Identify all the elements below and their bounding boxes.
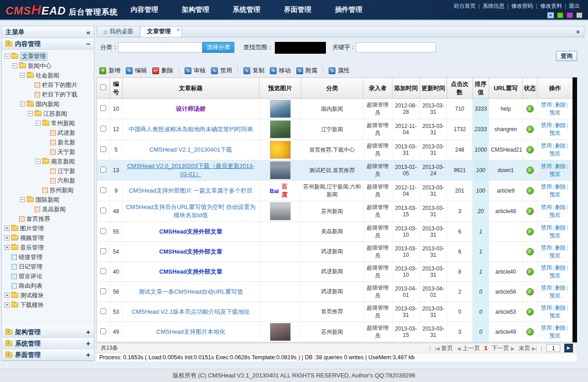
theme-swatch-3[interactable] [576,12,583,18]
row-checkbox[interactable] [100,187,106,193]
tree-item-14[interactable]: 苏州新闻 [2,185,94,195]
tree-item-7[interactable]: −常州新闻 [2,118,94,128]
row-checkbox[interactable] [100,248,106,254]
next-page-button[interactable]: 下一页 ▶ [491,344,514,352]
disable-link[interactable]: 禁用 [541,143,552,149]
go-page-button[interactable]: ▶ [564,344,573,352]
tree-toggle-icon[interactable]: − [20,73,25,78]
delete-link[interactable]: 删除 [555,102,566,108]
row-checkbox[interactable] [100,268,106,274]
delete-link[interactable]: 删除 [555,224,566,231]
category-input[interactable] [118,42,202,52]
row-checkbox[interactable] [100,126,106,132]
nav-item-1[interactable]: 架构管理 [182,5,209,14]
props-button[interactable]: ✎属性 [329,66,350,75]
preview-link[interactable]: 预览 [550,171,561,177]
tree-item-24[interactable]: 路由列表 [2,281,94,290]
delete-button[interactable]: ↩删除 [152,66,173,75]
tree-toggle-icon[interactable]: − [20,197,25,202]
tree-item-2[interactable]: −社会新闻 [2,71,94,80]
chevron-double-down-icon[interactable]: » [575,30,582,34]
sidebar-section-2[interactable]: 界面管理+ [2,349,94,361]
page-number-input[interactable] [547,344,560,352]
audit-button[interactable]: ✎审核 [185,66,206,75]
tree-toggle-icon[interactable]: − [36,159,41,164]
tree-item-4[interactable]: 栏目下的下载 [2,90,94,99]
tree-toggle-icon[interactable]: + [5,302,10,307]
article-title-link[interactable]: CMSHead V2.0_20130203下载（最后更新2013-03-01） [127,163,255,178]
disable-link[interactable]: 禁用 [541,163,552,169]
disable-link[interactable]: 禁用 [541,285,552,291]
theme-swatch-1[interactable] [557,12,563,18]
delete-link[interactable]: 删除 [555,305,566,311]
tree-item-23[interactable]: 留言评论 [2,271,94,281]
preview-link[interactable]: 预览 [550,109,561,116]
sidebar-section-1[interactable]: 系统管理+ [2,338,94,349]
preview-link[interactable]: 预览 [550,332,561,339]
first-page-button[interactable]: |◀ 首页 [435,344,453,352]
theme-swatch-0[interactable] [547,12,554,18]
article-title-link[interactable]: CMSHead支持外部文章 [159,248,222,255]
tree-item-12[interactable]: 江宁新 [2,166,94,176]
tree-toggle-icon[interactable]: + [5,235,10,240]
preview-link[interactable]: 预览 [550,212,561,218]
preview-link[interactable]: 预览 [550,191,561,198]
tree-item-16[interactable]: 吴晶新闻 [2,204,94,214]
tree-item-19[interactable]: +视频管理 [2,233,94,243]
choose-category-button[interactable]: 选择分类 [202,42,234,53]
move-button[interactable]: ✎移动 [270,66,291,75]
tree-toggle-icon[interactable]: − [28,111,33,116]
article-title-link[interactable]: CMSHead支持外部文章 [159,268,222,275]
disable-link[interactable]: 禁用 [541,122,552,128]
tree-toggle-icon[interactable]: + [5,226,10,231]
disable-link[interactable]: 禁用 [541,102,552,108]
article-title-link[interactable]: 测试文章一条CMSHead自动URL重写值 [139,288,243,295]
tree-item-10[interactable]: 天宁新 [2,147,94,157]
delete-link[interactable]: 删除 [555,163,566,169]
tree-toggle-icon[interactable]: + [5,245,10,250]
disable-button[interactable]: ✎禁用 [211,66,232,75]
nav-item-0[interactable]: 内容管理 [131,5,158,14]
expand-plus-icon[interactable]: + [86,328,90,336]
tree-toggle-icon[interactable]: − [12,63,17,68]
preview-link[interactable]: 预览 [550,130,561,136]
disable-link[interactable]: 禁用 [541,224,552,231]
delete-link[interactable]: 删除 [555,244,566,251]
article-title-link[interactable]: CMSHead支持图片本地化 [156,328,225,335]
tree-toggle-icon[interactable]: − [5,54,10,59]
search-scope-select[interactable] [275,42,326,54]
preview-link[interactable]: 预览 [550,272,561,279]
collapse-minus-icon[interactable]: − [86,40,90,48]
tab-my-desktop[interactable]: ⌂ 我的桌面 [97,26,140,37]
row-checkbox[interactable] [100,288,106,294]
tree-item-21[interactable]: 链接管理 [2,252,94,262]
expand-plus-icon[interactable]: + [86,340,90,348]
quick-link-1[interactable]: 系统信息 [483,3,505,9]
article-title-link[interactable]: CMSHead V2.1版本亮点功能介绍及下载地址 [132,308,250,315]
tree-item-15[interactable]: −国际新闻 [2,195,94,204]
article-title-link[interactable]: CMSHead支持外部文章 [159,228,222,235]
tab-article-manage[interactable]: 文章管理 × [140,26,182,37]
quick-link-3[interactable]: 修改资料 [540,3,562,9]
row-checkbox[interactable] [100,228,106,234]
preview-link[interactable]: 预览 [550,312,561,319]
sidebar-section-0[interactable]: 架构管理+ [2,326,94,338]
delete-link[interactable]: 删除 [555,265,566,271]
tree-item-8[interactable]: 武进新 [2,128,94,138]
preview-link[interactable]: 预览 [550,232,561,239]
theme-swatch-2[interactable] [567,12,573,18]
tree-item-18[interactable]: +图片管理 [2,224,94,233]
keyword-input[interactable] [356,42,436,52]
row-checkbox[interactable] [100,105,106,111]
delete-link[interactable]: 删除 [555,143,566,149]
article-title-link[interactable]: CMSHead V2.1_20130401下载 [150,146,232,153]
preview-link[interactable]: 预览 [550,292,561,299]
tree-toggle-icon[interactable]: − [20,102,25,107]
close-icon[interactable]: × [177,27,180,32]
prev-page-button[interactable]: ◀ 上一页 [457,344,480,352]
nav-item-2[interactable]: 系统管理 [233,5,260,14]
disable-link[interactable]: 禁用 [541,204,552,210]
nav-item-4[interactable]: 插件管理 [335,5,362,14]
tree-item-5[interactable]: −国内新闻 [2,99,94,109]
row-checkbox[interactable] [100,328,106,334]
